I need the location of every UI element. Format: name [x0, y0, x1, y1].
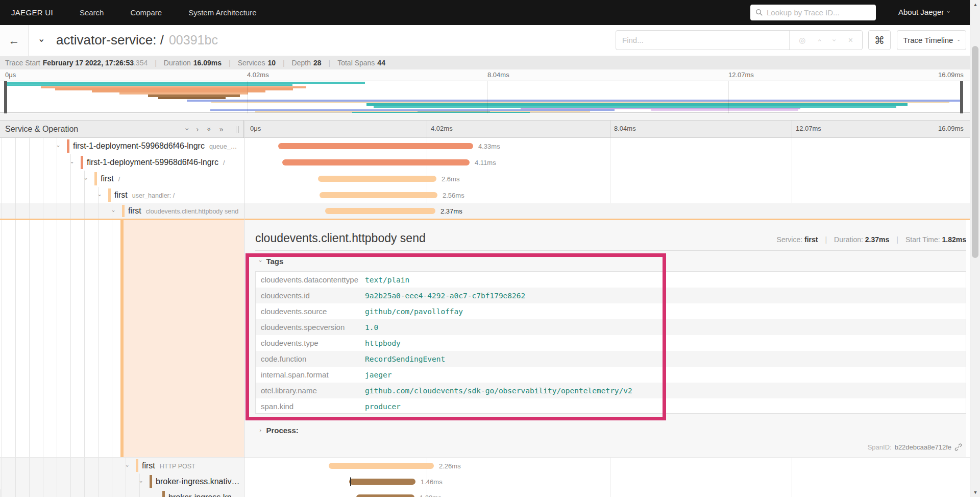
span-row[interactable]: › first/ 2.6ms	[0, 171, 980, 187]
span-row-selected[interactable]: › firstcloudevents.client.httpbody send …	[0, 203, 980, 220]
timeline-tick: 8.04ms	[614, 125, 636, 132]
span-row[interactable]: › broker-ingress.kn… 1.28ms	[0, 489, 980, 497]
tag-row[interactable]: cloudevents.specversion 1.0	[256, 319, 966, 335]
axis-tick: 8.04ms	[487, 71, 509, 79]
back-arrow-icon: ←	[9, 34, 20, 48]
span-service: first-1-deployment-59968d6f46-lngrc	[87, 158, 218, 167]
tag-row[interactable]: internal.span.format jaeger	[256, 367, 966, 383]
about-jaeger-menu[interactable]: About Jaeger ›	[898, 8, 950, 16]
span-row[interactable]: › broker-ingress.knativ… 1.46ms	[0, 474, 980, 489]
span-bar[interactable]	[318, 176, 436, 182]
span-duration: 1.28ms	[420, 493, 442, 497]
axis-tick: 16.09ms	[938, 71, 964, 79]
span-row[interactable]: › firstHTTP POST 2.26ms	[0, 458, 980, 474]
chevron-down-icon[interactable]: ›	[57, 143, 59, 149]
span-bar[interactable]	[278, 143, 473, 149]
tags-section-toggle[interactable]: › Tags	[259, 257, 283, 266]
tag-row[interactable]: cloudevents.id 9a2b25a0-eee4-4292-a0c7-c…	[256, 288, 966, 303]
span-row[interactable]: › firstuser_handler: / 2.56ms	[0, 187, 980, 203]
chevron-down-icon: ›	[258, 260, 263, 262]
scroll-down-arrow-icon[interactable]: ▼	[970, 488, 980, 497]
span-bar[interactable]	[282, 159, 470, 165]
column-resize-handle[interactable]	[236, 126, 239, 133]
keyboard-shortcuts-button[interactable]: ⌘	[868, 30, 891, 50]
find-input[interactable]	[616, 36, 789, 44]
focus-match-icon[interactable]: ◎	[799, 36, 805, 45]
minimap-left-handle[interactable]	[4, 81, 7, 113]
span-operation: queue_…	[209, 143, 237, 150]
span-duration: 4.11ms	[475, 159, 496, 167]
chevron-down-icon[interactable]: ›	[153, 494, 155, 497]
collapse-all-icon[interactable]: »	[205, 127, 213, 132]
depth-value: 28	[313, 59, 322, 67]
tag-value: 9a2b25a0-eee4-4292-a0c7-c7bf179e8262	[365, 292, 525, 300]
scrollbar-thumb[interactable]	[972, 46, 978, 258]
detail-service-value: first	[804, 235, 818, 244]
trace-start-value: February 17 2022, 17:26:53	[43, 59, 134, 67]
chevron-down-icon[interactable]: ›	[140, 479, 142, 485]
tag-row[interactable]: cloudevents.type httpbody	[256, 335, 966, 351]
next-result-icon[interactable]: ›	[831, 39, 838, 42]
copy-link-icon[interactable]	[954, 443, 962, 451]
span-id: SpanID: b22debcaa8e712fe	[868, 443, 962, 451]
tag-value: github.com/cloudevents/sdk-go/observabil…	[365, 387, 632, 395]
scroll-up-arrow-icon[interactable]: ▲	[970, 0, 980, 9]
tag-key: cloudevents.source	[256, 307, 365, 316]
nav-item-compare[interactable]: Compare	[130, 8, 162, 17]
prev-result-icon[interactable]: ›	[816, 39, 823, 42]
chevron-down-icon[interactable]: ›	[99, 192, 101, 198]
expand-all-icon[interactable]: »	[219, 125, 224, 133]
span-row[interactable]: › first-1-deployment-59968d6f46-lngrcque…	[0, 138, 980, 154]
span-service: first-1-deployment-59968d6f46-lngrc	[73, 141, 205, 150]
nav-item-search[interactable]: Search	[80, 8, 104, 17]
spanid-label: SpanID:	[868, 443, 892, 451]
tag-row[interactable]: span.kind producer	[256, 398, 966, 414]
process-section-toggle[interactable]: › Process:	[259, 426, 299, 435]
collapse-trace-chevron-icon[interactable]: ›	[37, 39, 46, 42]
tag-key: cloudevents.datacontenttype	[256, 275, 365, 284]
chevron-down-icon[interactable]: ›	[71, 159, 73, 165]
tag-row[interactable]: otel.library.name github.com/cloudevents…	[256, 383, 966, 398]
span-bar[interactable]	[325, 208, 435, 214]
trace-start-label: Trace Start	[5, 59, 40, 67]
span-row[interactable]: › first-1-deployment-59968d6f46-lngrc/ 4…	[0, 154, 980, 171]
trace-lookup-input[interactable]	[767, 8, 871, 17]
span-log-marker[interactable]	[350, 477, 351, 486]
minimap-right-handle[interactable]	[960, 81, 963, 113]
span-duration: 2.6ms	[442, 175, 459, 183]
span-operation: /	[118, 176, 120, 183]
collapse-one-icon[interactable]: ›	[183, 128, 191, 131]
clear-find-icon[interactable]: ×	[848, 36, 853, 45]
axis-tick: 0μs	[5, 71, 16, 79]
timeline-tick: 12.07ms	[796, 125, 821, 132]
depth-label: Depth	[292, 59, 311, 67]
expand-one-icon[interactable]: ›	[197, 125, 199, 133]
span-bar[interactable]	[349, 479, 415, 485]
chevron-down-icon[interactable]: ›	[112, 208, 114, 214]
trace-meta-bar: Trace Start February 17 2022, 17:26:53 .…	[0, 56, 980, 69]
span-bar[interactable]	[329, 463, 434, 469]
chevron-down-icon[interactable]: ›	[85, 176, 87, 182]
vertical-scrollbar[interactable]: ▲ ▼	[970, 0, 980, 497]
duration-value: 16.09ms	[193, 59, 222, 67]
span-bar[interactable]	[356, 494, 414, 497]
nav-item-system-architecture[interactable]: System Architecture	[188, 8, 256, 17]
span-detail-block: cloudevents.client.httpbody send Service…	[0, 220, 980, 457]
tag-value: RecordSendingEvent	[365, 355, 445, 363]
chevron-down-icon: ›	[946, 11, 951, 13]
tag-row[interactable]: code.function RecordSendingEvent	[256, 351, 966, 367]
span-service: first	[114, 191, 128, 199]
trace-lookup-box[interactable]	[750, 5, 876, 20]
back-button[interactable]: ←	[0, 25, 29, 56]
minimap-axis: 0μs 4.02ms 8.04ms 12.07ms 16.09ms	[0, 69, 980, 81]
trace-view-selector[interactable]: Trace Timeline ›	[897, 30, 966, 50]
trace-minimap[interactable]	[0, 81, 980, 113]
tag-row[interactable]: cloudevents.datacontenttype text/plain	[256, 272, 966, 288]
app-logo[interactable]: JAEGER UI	[11, 8, 53, 17]
span-operation: cloudevents.client.httpbody send	[146, 208, 238, 215]
top-nav: JAEGER UI Search Compare System Architec…	[0, 0, 980, 25]
chevron-right-icon: ›	[259, 428, 261, 433]
span-bar[interactable]	[320, 192, 437, 198]
tag-row[interactable]: cloudevents.source github/com/pavolloffa…	[256, 303, 966, 319]
chevron-down-icon[interactable]: ›	[126, 463, 128, 469]
